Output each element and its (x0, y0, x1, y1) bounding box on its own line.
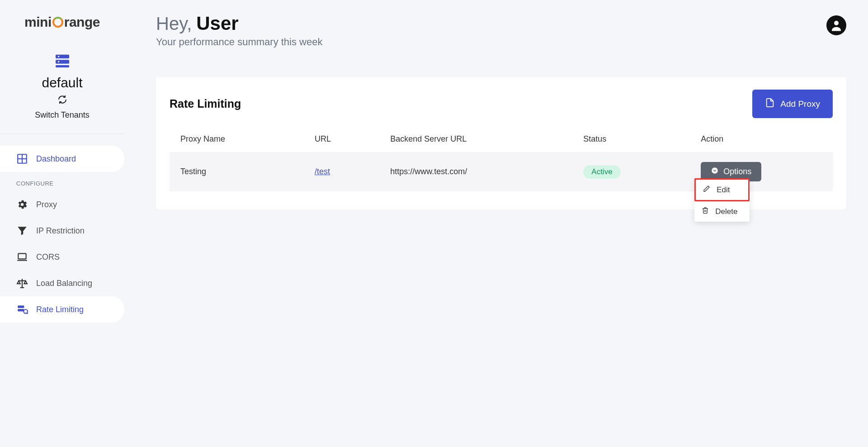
row-options-dropdown: Edit Delete (694, 178, 750, 222)
table-row: Testing /test https://www.test.com/ Acti… (170, 152, 833, 191)
svg-line-16 (27, 313, 28, 314)
scale-icon (16, 277, 28, 289)
greeting-prefix: Hey, (156, 14, 192, 34)
sidebar-item-label: Load Balancing (36, 279, 92, 288)
proxies-table: Proxy Name URL Backend Server URL Status… (170, 126, 833, 191)
sidebar-item-dashboard[interactable]: Dashboard (0, 146, 124, 172)
laptop-icon (16, 251, 28, 263)
status-badge: Active (583, 165, 620, 179)
grid-icon (16, 153, 28, 165)
col-action: Action (690, 126, 833, 152)
rate-limiting-card: Rate Limiting Add Proxy Proxy Name URL (156, 77, 846, 209)
svg-rect-2 (56, 65, 69, 67)
chevron-up-icon (711, 166, 719, 177)
cell-proxy-name: Testing (170, 152, 304, 191)
cell-backend-url: https://www.test.com/ (379, 152, 572, 191)
sidebar-item-label: CORS (36, 252, 60, 262)
dropdown-edit-label: Edit (717, 185, 730, 195)
gear-icon (16, 199, 28, 210)
sidebar-item-rate-limiting[interactable]: Rate Limiting (0, 296, 124, 323)
page-title: Rate Limiting (170, 97, 241, 110)
sidebar-item-cors[interactable]: CORS (0, 244, 124, 270)
sidebar-item-label: IP Restriction (36, 226, 85, 236)
sidebar-configure-heading: CONFIGURE (0, 172, 124, 191)
sidebar-item-label: Dashboard (36, 154, 76, 164)
add-proxy-button-label: Add Proxy (780, 99, 820, 109)
brand-logo: minirange (0, 11, 124, 41)
dropdown-delete-label: Delete (715, 207, 737, 216)
sidebar-item-label: Rate Limiting (36, 305, 84, 314)
trash-icon (702, 207, 709, 216)
svg-rect-1 (56, 60, 69, 63)
tenant-name: default (42, 75, 82, 90)
col-url: URL (304, 126, 379, 152)
file-plus-icon (765, 97, 775, 111)
svg-point-17 (834, 21, 839, 25)
server-stack-icon (53, 52, 71, 71)
svg-rect-13 (18, 305, 24, 308)
col-status: Status (572, 126, 690, 152)
sidebar-item-proxy[interactable]: Proxy (0, 191, 124, 218)
col-backend: Backend Server URL (379, 126, 572, 152)
svg-rect-14 (18, 309, 24, 311)
pencil-icon (703, 185, 710, 195)
sidebar-item-load-balancing[interactable]: Load Balancing (0, 270, 124, 296)
logo-o-accent-icon (52, 17, 63, 28)
svg-point-4 (58, 61, 59, 62)
options-button-label: Options (723, 167, 751, 176)
svg-point-15 (24, 309, 28, 314)
svg-rect-0 (56, 55, 69, 58)
add-proxy-button[interactable]: Add Proxy (752, 90, 833, 118)
greeting-subtitle: Your performance summary this week (156, 36, 322, 48)
switch-tenants-link[interactable]: Switch Tenants (35, 110, 90, 120)
greeting-username: User (196, 13, 238, 34)
dropdown-edit[interactable]: Edit (694, 178, 750, 201)
sidebar-item-label: Proxy (36, 200, 57, 209)
sidebar-item-ip-restriction[interactable]: IP Restriction (0, 218, 124, 244)
user-avatar-button[interactable] (826, 15, 846, 35)
cell-url-link[interactable]: /test (315, 167, 330, 176)
svg-rect-8 (18, 253, 26, 259)
svg-point-3 (58, 56, 59, 57)
svg-point-18 (712, 167, 718, 174)
dropdown-delete[interactable]: Delete (694, 201, 750, 222)
rate-limiting-icon (16, 304, 28, 315)
funnel-icon (16, 225, 28, 237)
col-proxy-name: Proxy Name (170, 126, 304, 152)
sync-icon[interactable] (57, 94, 68, 107)
sidebar: minirange default Switch Tenants Dashboa… (0, 0, 124, 447)
